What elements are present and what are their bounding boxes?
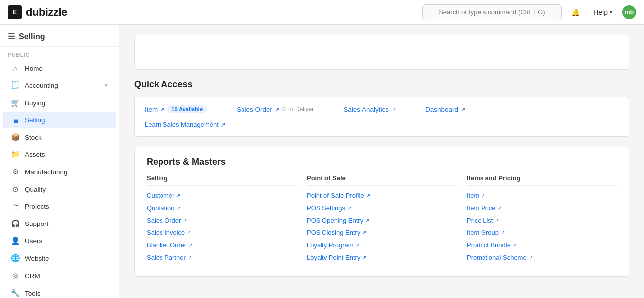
tools-icon: 🔧 [11, 289, 20, 298]
qa-item-item[interactable]: Item ↗10 Available [145, 105, 207, 113]
help-chevron-icon: ▾ [610, 9, 612, 15]
sidebar-item-label: Stock [25, 134, 108, 141]
reports-link-label: POS Closing Entry [307, 229, 360, 236]
reports-link-item[interactable]: Item ↗ [467, 192, 617, 199]
sidebar-item-label: Support [25, 220, 108, 227]
reports-link-item-group[interactable]: Item Group ↗ [467, 229, 617, 236]
reports-link-pos-closing-entry[interactable]: POS Closing Entry ↗ [307, 229, 457, 236]
brand-icon: E [8, 5, 22, 19]
crm-icon: ◎ [11, 271, 20, 280]
hamburger-icon[interactable]: ☰ [8, 32, 15, 41]
reports-link-point-of-sale-profile[interactable]: Point-of-Sale Profile ↗ [307, 192, 457, 199]
reports-link-arrow-icon: ↗ [188, 255, 192, 260]
reports-link-arrow-icon: ↗ [183, 218, 187, 223]
brand: E dubizzle [8, 5, 67, 19]
search-wrap: 🔍 [422, 4, 562, 20]
avatar[interactable]: mb [622, 5, 636, 19]
reports-link-sales-order[interactable]: Sales Order ↗ [147, 217, 297, 224]
reports-link-arrow-icon: ↗ [495, 218, 499, 223]
sidebar-item-label: Website [25, 255, 108, 262]
reports-link-label: Sales Invoice [147, 229, 185, 236]
sidebar-items: ⌂ Home 🧾 Accounting ▾ 🛒 Buying 🖥 Selling… [0, 60, 119, 298]
sidebar-item-label: Quality [25, 186, 108, 193]
reports-link-arrow-icon: ↗ [365, 218, 369, 223]
sidebar-item-label: Users [25, 237, 108, 245]
qa-arrow-icon: ↗ [461, 107, 465, 112]
reports-link-promotional-scheme[interactable]: Promotional Scheme ↗ [467, 254, 617, 261]
reports-link-item-price[interactable]: Item Price ↗ [467, 204, 617, 212]
reports-link-loyalty-program[interactable]: Loyalty Program ↗ [307, 241, 457, 249]
sidebar-item-manufacturing[interactable]: ⚙ Manufacturing [3, 163, 116, 180]
sidebar-item-label: Manufacturing [25, 168, 108, 176]
sidebar-item-label: CRM [25, 272, 108, 280]
reports-link-loyalty-point-entry[interactable]: Loyalty Point Entry ↗ [307, 254, 457, 261]
projects-icon: 🗂 [11, 202, 20, 211]
reports-col-title: Items and Pricing [467, 174, 617, 186]
sidebar-item-selling[interactable]: 🖥 Selling [3, 112, 116, 128]
reports-link-product-bundle[interactable]: Product Bundle ↗ [467, 241, 617, 249]
search-input[interactable] [422, 4, 562, 20]
reports-link-label: Product Bundle [467, 241, 511, 249]
sidebar-item-assets[interactable]: 📁 Assets [3, 146, 116, 163]
reports-link-label: Sales Partner [147, 254, 186, 261]
reports-link-customer[interactable]: Customer ↗ [147, 192, 297, 199]
reports-link-sales-partner[interactable]: Sales Partner ↗ [147, 254, 297, 261]
reports-link-label: Quotation [147, 204, 174, 212]
qa-arrow-icon: ↗ [161, 107, 164, 112]
sidebar-item-crm[interactable]: ◎ CRM [3, 267, 116, 284]
buying-icon: 🛒 [11, 98, 20, 107]
sidebar-item-accounting[interactable]: 🧾 Accounting ▾ [3, 77, 116, 94]
sidebar-item-quality[interactable]: ⊙ Quality [3, 181, 116, 198]
reports-link-arrow-icon: ↗ [513, 242, 517, 248]
sidebar-item-home[interactable]: ⌂ Home [3, 60, 116, 76]
sidebar-item-projects[interactable]: 🗂 Projects [3, 198, 116, 215]
reports-link-quotation[interactable]: Quotation ↗ [147, 204, 297, 212]
reports-link-arrow-icon: ↗ [356, 242, 360, 248]
users-icon: 👤 [11, 236, 20, 245]
qa-item-sales-analytics[interactable]: Sales Analytics ↗ [343, 106, 396, 113]
assets-icon: 📁 [11, 150, 20, 159]
reports-link-label: Customer [147, 192, 174, 199]
reports-link-blanket-order[interactable]: Blanket Order ↗ [147, 241, 297, 249]
reports-col-selling: Selling Customer ↗ Quotation ↗ Sales Ord… [147, 174, 297, 266]
reports-link-pos-settings[interactable]: POS Settings ↗ [307, 204, 457, 212]
home-icon: ⌂ [11, 64, 20, 73]
sidebar-item-tools[interactable]: 🔧 Tools [3, 285, 116, 298]
reports-link-arrow-icon: ↗ [176, 205, 180, 211]
sidebar-item-stock[interactable]: 📦 Stock [3, 129, 116, 146]
sidebar-item-website[interactable]: 🌐 Website [3, 250, 116, 267]
qa-item-dashboard[interactable]: Dashboard ↗ [425, 106, 465, 113]
sidebar-item-buying[interactable]: 🛒 Buying [3, 94, 116, 111]
reports-link-arrow-icon: ↗ [498, 205, 502, 211]
quick-access-row: Item ↗10 AvailableSales Order ↗0 To Deli… [145, 105, 619, 117]
reports-link-label: POS Settings [307, 204, 345, 212]
stock-icon: 📦 [11, 133, 20, 142]
sidebar-item-support[interactable]: 🎧 Support [3, 215, 116, 232]
qa-badge: 10 Available [167, 105, 207, 113]
reports-link-pos-opening-entry[interactable]: POS Opening Entry ↗ [307, 217, 457, 224]
sidebar-item-users[interactable]: 👤 Users [3, 232, 116, 249]
sidebar-item-label: Home [25, 65, 108, 72]
sidebar-item-label: Selling [25, 116, 108, 124]
qa-item-sales-order[interactable]: Sales Order ↗0 To Deliver [237, 106, 314, 113]
reports-link-price-list[interactable]: Price List ↗ [467, 217, 617, 224]
reports-link-label: Promotional Scheme [467, 254, 527, 261]
reports-link-label: Item Group [467, 229, 499, 236]
qa-label: Item [145, 106, 158, 113]
qa-subtext: 0 To Deliver [282, 106, 314, 113]
reports-link-label: POS Opening Entry [307, 217, 363, 224]
sidebar-item-label: Assets [25, 151, 108, 158]
notification-bell[interactable]: 🔔 [567, 4, 583, 20]
help-menu[interactable]: Help ▾ [589, 6, 616, 18]
reports-title: Reports & Masters [147, 157, 617, 167]
reports-col-point-of-sale: Point of Sale Point-of-Sale Profile ↗ PO… [307, 174, 457, 266]
reports-link-label: Item Price [467, 204, 496, 212]
sidebar: ☰ Selling PUBLIC ⌂ Home 🧾 Accounting ▾ 🛒… [0, 25, 119, 298]
sidebar-title: Selling [19, 32, 45, 41]
banner [134, 35, 629, 70]
learn-link[interactable]: Learn Sales Management ↗ [145, 121, 226, 128]
learn-link-row: Learn Sales Management ↗ [145, 120, 619, 128]
reports-link-label: Sales Order [147, 217, 181, 224]
reports-link-sales-invoice[interactable]: Sales Invoice ↗ [147, 229, 297, 236]
accounting-icon: 🧾 [11, 81, 20, 90]
